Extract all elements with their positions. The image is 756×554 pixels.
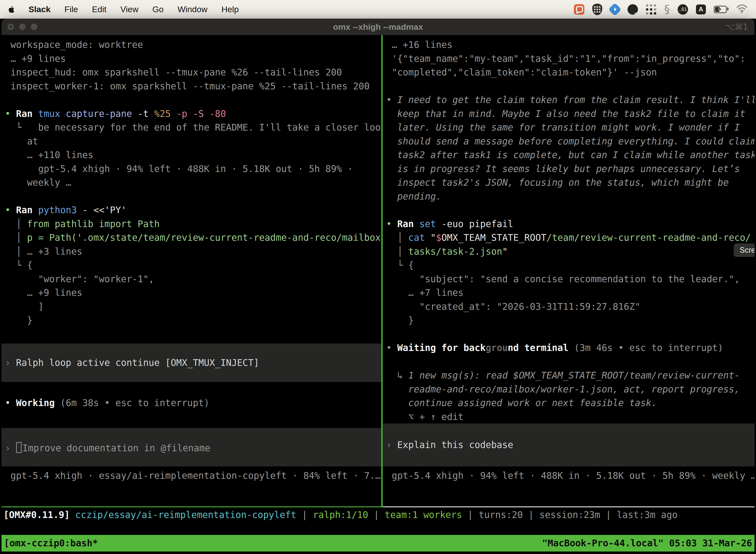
- pane-left[interactable]: workspace_mode: worktree … +9 lines insp…: [1, 35, 381, 506]
- wifi-icon[interactable]: [736, 4, 748, 15]
- text-segment: later. Using the same for transition mig…: [386, 122, 740, 133]
- screen-tooltip: Scre: [734, 243, 755, 257]
- terminal-line: inspect_hud: omx sparkshell --tmux-pane …: [5, 65, 381, 79]
- text-segment: •: [386, 95, 397, 105]
- text-segment: should send a message before completing …: [386, 136, 755, 147]
- terminal-line: … +110 lines: [5, 148, 381, 162]
- terminal-line: continue assigned work or next feasible …: [386, 396, 755, 410]
- count-badge-icon[interactable]: ..61: [678, 4, 688, 15]
- menu-item-help[interactable]: Help: [222, 4, 239, 14]
- terminal-line: should send a message before completing …: [386, 134, 755, 149]
- text-segment: (6m 38s • esc to interrupt): [55, 398, 209, 408]
- text-segment: "worker": "worker-1",: [5, 274, 154, 284]
- pie-circle-icon[interactable]: [628, 4, 638, 15]
- pane-right[interactable]: … +16 lines '{"team_name":"my-team","tas…: [383, 35, 755, 506]
- terminal-line: inspect task2's JSON, focusing on the st…: [386, 176, 755, 189]
- text-segment: … +9 lines: [5, 53, 66, 64]
- terminal-line: • Ran set -euo pipefail: [386, 217, 755, 231]
- text-segment: •: [5, 205, 16, 215]
- terminal-window: omx --xhigh --madmax ⌥⌘1 workspace_mode:…: [1, 19, 755, 554]
- text-segment: •: [5, 108, 16, 119]
- terminal-line: └ {: [5, 258, 381, 272]
- menu-app-name[interactable]: Slack: [28, 4, 51, 14]
- window-titlebar[interactable]: omx --xhigh --madmax ⌥⌘1: [1, 19, 755, 35]
- text-segment: -euo pipefail: [441, 219, 513, 229]
- terminal-line: "worker": "worker-1",: [5, 272, 381, 286]
- dots-grid-icon[interactable]: [646, 4, 656, 15]
- text-segment: from pathlib import Path: [27, 219, 160, 229]
- left-working-status: • Working (6m 38s • esc to interrupt): [1, 396, 381, 410]
- shield-grid-icon[interactable]: [592, 4, 602, 15]
- text-segment: nd terminal: [508, 342, 568, 353]
- text-segment: weekly …: [5, 177, 71, 188]
- text-segment: gpt-5.4 xhigh · 94% left · 488K in · 5.1…: [386, 470, 755, 481]
- tmux-status-bar: [omx-cczip0:bash* "MacBook-Pro-44.local"…: [1, 535, 755, 552]
- terminal-area: workspace_mode: worktree … +9 lines insp…: [1, 35, 755, 554]
- text-segment: Ran: [397, 219, 420, 229]
- text-segment: gpt-5.4 xhigh · 94% left · 488K in · 5.1…: [5, 164, 353, 174]
- right-prompt-input[interactable]: › Explain this codebase: [383, 424, 755, 466]
- text-segment: capture-pane: [66, 108, 138, 119]
- terminal-line: [5, 189, 381, 204]
- tmux-session-label[interactable]: [omx-cczip0:bash*: [4, 538, 542, 549]
- minimize-button[interactable]: [19, 23, 25, 30]
- terminal-line: keep that in mind. Maybe I also need the…: [386, 107, 755, 121]
- text-segment: Ran: [16, 205, 38, 215]
- text-segment: Waiting for back: [397, 342, 486, 353]
- left-model-status-line: gpt-5.4 xhigh · essay/ai-reimplementatio…: [1, 469, 381, 483]
- terminal-line: … +16 lines: [386, 38, 755, 52]
- text-segment: Working: [16, 398, 55, 408]
- terminal-line: ]: [5, 300, 381, 314]
- menu-item-view[interactable]: View: [120, 4, 138, 14]
- terminal-line: … +9 lines: [5, 286, 381, 300]
- close-button[interactable]: [7, 23, 14, 30]
- text-segment: -p: [176, 108, 193, 119]
- text-segment: │: [5, 232, 27, 243]
- right-model-status-line: gpt-5.4 xhigh · 94% left · 488K in · 5.1…: [383, 469, 755, 483]
- terminal-line: │ from pathlib import Path: [5, 217, 381, 231]
- text-segment: └ {: [386, 260, 414, 271]
- terminal-line: • Waiting for background terminal (3m 46…: [386, 341, 755, 355]
- apple-menu-icon[interactable]: [8, 5, 15, 13]
- left-prompt-input[interactable]: › Improve documentation in @filename: [1, 428, 381, 466]
- terminal-line: "created_at": "2026-03-31T11:59:27.816Z": [386, 300, 755, 314]
- terminal-line: is in progress? It seems likely but perh…: [386, 162, 755, 176]
- terminal-line: task2 after task1 is complete, but can I…: [386, 148, 755, 162]
- text-segment: tasks/task-2.json: [408, 246, 502, 257]
- terminal-line: inspect_worker-1: omx sparkshell --tmux-…: [5, 79, 381, 93]
- text-segment: "subject": "send a concise recommendatio…: [386, 274, 740, 284]
- text-segment: tmux: [38, 108, 66, 119]
- menu-item-window[interactable]: Window: [178, 4, 208, 14]
- keyboard-layout-icon[interactable]: A: [696, 4, 706, 14]
- text-segment: 1 new msg(s): read $OMX_TEAM_STATE_ROOT/…: [408, 370, 740, 381]
- window-title: omx --xhigh --madmax: [1, 22, 755, 32]
- text-segment: workspace_mode: worktree: [5, 40, 143, 50]
- text-segment: ›: [386, 440, 397, 450]
- terminal-line: … +7 lines: [386, 286, 755, 300]
- menu-item-edit[interactable]: Edit: [92, 4, 107, 14]
- text-segment: cczip/essay/ai-reimplementation-copyleft: [75, 510, 296, 520]
- zoom-button[interactable]: [31, 23, 37, 30]
- terminal-line: gpt-5.4 xhigh · 94% left · 488K in · 5.1…: [5, 162, 381, 176]
- text-segment: "created_at": "2026-03-31T11:59:27.816Z": [386, 301, 640, 312]
- chat-app-icon[interactable]: [574, 4, 584, 15]
- terminal-line: › Improve documentation in @filename: [5, 440, 210, 454]
- blue-bolt-badge-icon[interactable]: [608, 3, 622, 16]
- terminal-line: • Ran python3 - <<'PY': [5, 203, 381, 217]
- menu-item-file[interactable]: File: [64, 4, 78, 14]
- text-segment: │ … +3 lines: [5, 246, 82, 257]
- terminal-line: … +9 lines: [5, 52, 381, 66]
- terminal-line: workspace_mode: worktree: [5, 38, 381, 52]
- terminal-line: │ … +3 lines: [5, 245, 381, 259]
- terminal-line: • Ran tmux capture-pane -t %25 -p -S -80: [5, 107, 381, 121]
- squiggle-icon[interactable]: §: [664, 4, 670, 15]
- battery-icon[interactable]: [714, 6, 727, 13]
- window-shortcut-hint: ⌥⌘1: [725, 22, 748, 32]
- terminal-line: gpt-5.4 xhigh · essay/ai-reimplementatio…: [5, 469, 381, 483]
- text-segment: continue assigned work or next feasible …: [386, 398, 657, 408]
- text-segment: ": [502, 246, 508, 257]
- text-segment: is in progress? It seems likely but perh…: [386, 164, 740, 174]
- text-segment: $: [436, 232, 441, 243]
- left-ralph-loop-banner[interactable]: › Ralph loop active continue [OMX_TMUX_I…: [1, 343, 381, 382]
- menu-item-go[interactable]: Go: [152, 4, 164, 14]
